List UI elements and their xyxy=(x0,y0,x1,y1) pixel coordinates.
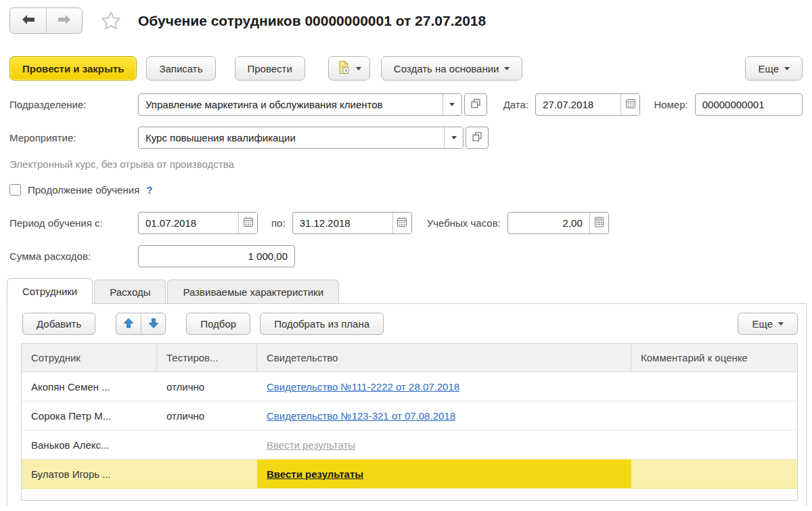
certificate-link[interactable]: Свидетельство №111-2222 от 28.07.2018 xyxy=(267,381,459,393)
period-from-calendar-button[interactable] xyxy=(238,213,257,234)
caret-down-icon xyxy=(449,103,455,106)
department-open-button[interactable] xyxy=(464,93,487,116)
table-row[interactable]: Ваньков Алекс... Ввести результаты xyxy=(22,430,797,460)
table-header-row: Сотрудник Тестиров... Свидетельство Комм… xyxy=(22,344,797,372)
date-calendar-button[interactable] xyxy=(621,94,639,115)
enter-results-link[interactable]: Ввести результаты xyxy=(267,468,363,480)
continuation-label: Продолжение обучения xyxy=(28,184,139,196)
create-based-on-button[interactable]: Создать на основании xyxy=(381,56,523,81)
column-header-employee[interactable]: Сотрудник xyxy=(22,344,157,372)
calculator-icon xyxy=(594,217,604,229)
column-header-testing[interactable]: Тестиров... xyxy=(157,344,257,372)
open-link-icon xyxy=(471,99,480,110)
tab-strip: Сотрудники Расходы Развиваемые характери… xyxy=(0,278,812,303)
grid-more-label: Еще xyxy=(752,318,773,330)
pick-button[interactable]: Подбор xyxy=(186,313,250,335)
employee-cell[interactable]: Сорока Петр М... xyxy=(22,401,157,430)
comment-cell[interactable] xyxy=(631,401,798,430)
event-open-button[interactable] xyxy=(466,127,489,149)
tab-characteristics-label: Развиваемые характеристики xyxy=(183,286,323,298)
add-row-button[interactable]: Добавить xyxy=(22,313,95,335)
hours-calculator-button[interactable] xyxy=(589,213,608,234)
testing-cell[interactable] xyxy=(157,430,257,459)
pick-from-plan-button[interactable]: Подобрать из плана xyxy=(260,313,384,335)
blue-arrow-up-icon xyxy=(123,317,134,331)
hours-input[interactable]: 2,00 xyxy=(508,212,609,234)
post-button[interactable]: Провести xyxy=(235,56,305,81)
testing-cell[interactable]: отлично xyxy=(157,401,257,430)
caret-down-icon xyxy=(778,322,784,326)
event-value: Курс повышения квалификации xyxy=(139,127,444,148)
amount-row: Сумма расходов: 1 000,00 xyxy=(9,245,803,267)
certificate-link[interactable]: Свидетельство №123-321 от 07.08.2018 xyxy=(267,410,455,422)
event-label: Мероприятие: xyxy=(9,132,138,143)
caret-down-icon xyxy=(451,136,457,139)
grid-more-button[interactable]: Еще xyxy=(738,313,798,335)
back-button[interactable] xyxy=(10,8,46,33)
tab-characteristics[interactable]: Развиваемые характеристики xyxy=(167,280,339,303)
period-to-label: по: xyxy=(271,217,286,229)
save-label: Записать xyxy=(159,63,202,74)
forward-button[interactable] xyxy=(46,8,82,33)
tab-expenses[interactable]: Расходы xyxy=(94,280,166,303)
employee-cell[interactable]: Акопян Семен ... xyxy=(22,372,157,401)
enter-results-link[interactable]: Ввести результаты xyxy=(267,439,355,451)
event-row: Мероприятие: Курс повышения квалификации xyxy=(9,127,803,149)
date-input[interactable]: 27.07.2018 xyxy=(535,93,640,116)
comment-cell[interactable] xyxy=(631,430,798,459)
certificate-cell-active: Ввести результаты xyxy=(257,460,631,488)
tab-expenses-label: Расходы xyxy=(110,286,150,298)
employee-cell[interactable]: Ваньков Алекс... xyxy=(22,430,157,459)
comment-cell[interactable] xyxy=(631,460,798,488)
post-document-menu-button[interactable] xyxy=(328,56,370,81)
period-from-label: Период обучения с: xyxy=(9,217,138,229)
post-and-close-label: Провести и закрыть xyxy=(22,63,124,74)
column-header-comment[interactable]: Комментарий к оценке xyxy=(631,344,798,372)
testing-cell[interactable] xyxy=(157,460,257,488)
event-dropdown-button[interactable] xyxy=(444,127,463,148)
nav-history-group xyxy=(9,7,83,34)
department-input[interactable]: Управление маркетинга и обслуживания кли… xyxy=(138,93,462,116)
add-row-label: Добавить xyxy=(37,318,81,330)
column-header-certificate[interactable]: Свидетельство xyxy=(257,344,631,372)
employees-tab-panel: Добавить Подбор Подобрать из плана Еще xyxy=(7,303,807,506)
table-row[interactable]: Сорока Петр М... отлично Свидетельство №… xyxy=(22,401,797,430)
move-down-button[interactable] xyxy=(141,313,165,334)
tab-employees[interactable]: Сотрудники xyxy=(7,278,93,304)
blue-arrow-down-icon xyxy=(148,317,159,331)
favorite-star-icon[interactable] xyxy=(100,10,122,32)
period-from-input[interactable]: 01.07.2018 xyxy=(138,212,258,234)
number-input[interactable]: 00000000001 xyxy=(695,93,803,116)
event-input[interactable]: Курс повышения квалификации xyxy=(138,127,464,149)
pick-label: Подбор xyxy=(200,318,236,330)
period-to-calendar-button[interactable] xyxy=(392,213,411,234)
department-dropdown-button[interactable] xyxy=(443,94,461,115)
comment-cell[interactable] xyxy=(631,372,798,401)
document-form: Подразделение: Управление маркетинга и о… xyxy=(0,81,812,267)
move-buttons-group xyxy=(116,313,166,335)
save-button[interactable]: Записать xyxy=(146,56,215,81)
more-button[interactable]: Еще xyxy=(745,56,803,81)
amount-value: 1 000,00 xyxy=(139,246,294,267)
move-up-button[interactable] xyxy=(116,313,141,334)
table-empty-area xyxy=(22,489,797,501)
testing-cell[interactable]: отлично xyxy=(157,372,257,401)
amount-input[interactable]: 1 000,00 xyxy=(138,245,295,267)
period-to-input[interactable]: 31.12.2018 xyxy=(292,212,412,234)
continuation-help-link[interactable]: ? xyxy=(146,184,152,196)
post-and-close-button[interactable]: Провести и закрыть xyxy=(9,56,137,81)
amount-label: Сумма расходов: xyxy=(9,250,138,262)
table-row-selected[interactable]: Булатов Игорь ... Ввести результаты xyxy=(22,460,797,489)
department-label: Подразделение: xyxy=(9,99,138,110)
date-label: Дата: xyxy=(503,99,528,110)
employee-cell[interactable]: Булатов Игорь ... xyxy=(22,460,157,488)
create-based-on-label: Создать на основании xyxy=(394,63,499,74)
calendar-icon xyxy=(243,217,254,229)
continuation-checkbox[interactable] xyxy=(9,184,21,196)
caret-down-icon xyxy=(504,67,510,70)
page-title: Обучение сотрудников 00000000001 от 27.0… xyxy=(138,13,486,29)
calendar-icon xyxy=(625,98,636,111)
number-label: Номер: xyxy=(654,99,687,110)
table-row[interactable]: Акопян Семен ... отлично Свидетельство №… xyxy=(22,372,797,401)
command-bar: Провести и закрыть Записать Провести Соз… xyxy=(0,36,812,81)
